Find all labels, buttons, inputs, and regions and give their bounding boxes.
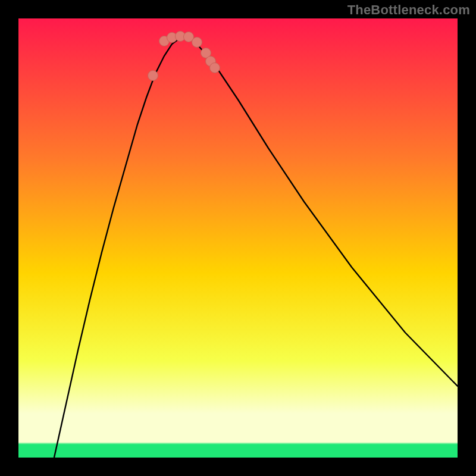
curve-marker [192, 37, 202, 48]
curve-markers [148, 32, 220, 81]
chart-stage: TheBottleneck.com [0, 0, 476, 476]
curve-marker [210, 63, 220, 73]
watermark-text: TheBottleneck.com [347, 2, 470, 18]
plot-area [18, 18, 458, 458]
curve-marker [148, 71, 158, 81]
curve-layer [18, 18, 458, 458]
bottleneck-curve [54, 37, 458, 458]
